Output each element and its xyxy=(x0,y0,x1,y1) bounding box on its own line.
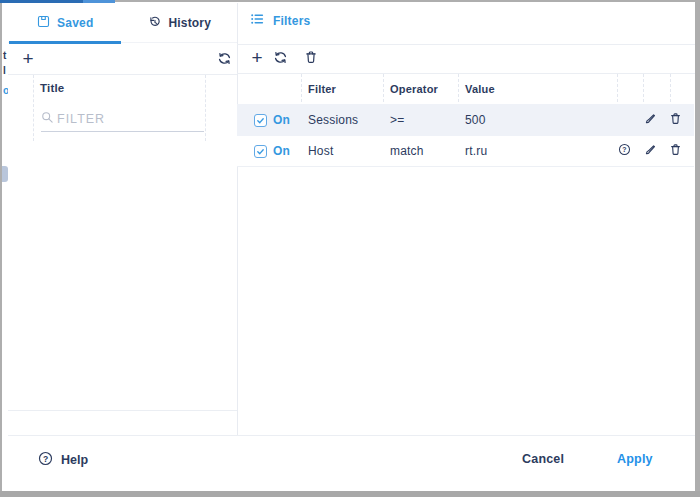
check-icon xyxy=(256,147,265,156)
apply-button[interactable]: Apply xyxy=(617,452,653,466)
help-circle-icon: ? xyxy=(38,451,53,469)
filter-row-sessions: On Sessions >= 500 xyxy=(237,104,694,136)
trash-icon xyxy=(304,50,318,67)
saved-title-filter-field xyxy=(41,106,204,132)
tab-history-label: History xyxy=(168,16,211,30)
filters-panel-title: Filters xyxy=(273,14,310,28)
filters-dialog: Saved History + xyxy=(8,3,695,491)
row-operator: match xyxy=(390,136,424,166)
background-text-fragment: l xyxy=(3,65,6,76)
plus-icon: + xyxy=(22,50,33,68)
plus-icon: + xyxy=(251,49,262,67)
panel-divider xyxy=(237,3,238,435)
footer-divider xyxy=(8,435,695,436)
window-border xyxy=(0,0,2,497)
left-panel-bottom-border xyxy=(8,410,237,411)
delete-filters-button[interactable] xyxy=(303,50,319,66)
left-table-column-border xyxy=(205,75,206,141)
filters-panel-header: Filters xyxy=(250,12,310,29)
edit-filter-button[interactable] xyxy=(643,104,657,136)
row-value: rt.ru xyxy=(465,136,487,166)
save-icon xyxy=(37,15,50,31)
row-enabled-checkbox[interactable] xyxy=(254,145,267,158)
tab-saved-label: Saved xyxy=(57,16,93,30)
delete-filter-button[interactable] xyxy=(668,104,682,136)
column-header-filter: Filter xyxy=(308,81,336,97)
add-filter-button[interactable]: + xyxy=(246,47,268,69)
help-button[interactable]: ? Help xyxy=(38,451,88,469)
tab-saved[interactable]: Saved xyxy=(8,3,123,42)
trash-icon xyxy=(669,143,682,159)
row-value: 500 xyxy=(465,104,486,136)
filter-row-host: On Host match rt.ru ? xyxy=(237,136,694,167)
brush-icon xyxy=(644,112,657,128)
help-label: Help xyxy=(61,453,88,467)
column-header-operator: Operator xyxy=(390,81,438,97)
column-header-value: Value xyxy=(465,81,495,97)
tab-history[interactable]: History xyxy=(123,3,238,42)
question-circle-icon: ? xyxy=(618,143,631,159)
left-table-column-border xyxy=(33,75,34,141)
window-border xyxy=(0,491,700,497)
refresh-saved-button[interactable] xyxy=(216,51,233,68)
saved-table-title-header: Title xyxy=(40,82,64,94)
list-icon xyxy=(250,12,264,29)
row-state-label[interactable]: On xyxy=(273,136,290,166)
page-loading-progress-bar xyxy=(0,0,115,3)
trash-icon xyxy=(669,112,682,128)
cancel-button[interactable]: Cancel xyxy=(522,452,564,466)
window-border xyxy=(695,0,700,497)
refresh-filters-button[interactable] xyxy=(272,50,289,67)
refresh-icon xyxy=(217,51,232,69)
row-operator: >= xyxy=(390,104,404,136)
svg-text:?: ? xyxy=(43,454,48,464)
edit-filter-button[interactable] xyxy=(643,136,657,166)
svg-text:?: ? xyxy=(622,146,626,153)
filters-toolbar-divider xyxy=(237,73,695,74)
brush-icon xyxy=(644,143,657,159)
delete-filter-button[interactable] xyxy=(668,136,682,166)
check-icon xyxy=(256,116,265,125)
background-text-fragment: t xyxy=(3,50,6,61)
screen: t l o Saved xyxy=(0,0,700,497)
filter-help-button[interactable]: ? xyxy=(617,136,631,166)
add-saved-filter-button[interactable]: + xyxy=(17,48,39,70)
row-filter-name: Sessions xyxy=(308,104,358,136)
search-icon xyxy=(41,110,54,128)
refresh-icon xyxy=(273,50,288,68)
row-enabled-checkbox[interactable] xyxy=(254,114,267,127)
saved-title-filter-input[interactable] xyxy=(57,112,204,126)
history-icon xyxy=(148,15,161,31)
left-panel-divider xyxy=(8,74,237,75)
row-filter-name: Host xyxy=(308,136,333,166)
row-state-label[interactable]: On xyxy=(273,104,290,136)
saved-history-tabs: Saved History xyxy=(8,3,237,43)
filters-header-divider xyxy=(237,44,695,45)
